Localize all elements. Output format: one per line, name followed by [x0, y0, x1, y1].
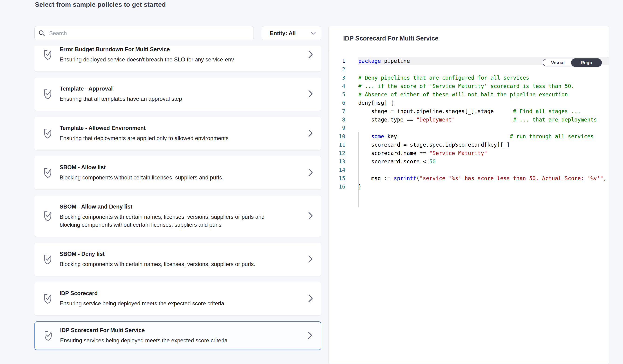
code-line-content: } — [357, 182, 609, 191]
policy-title: SBOM - Allow and Deny list — [60, 203, 303, 210]
code-line: 4 # ... if the score of 'Service Maturit… — [329, 82, 609, 90]
shield-check-icon — [42, 49, 53, 61]
code-line: 2 — [329, 65, 609, 74]
code-line-content: # Deny pipelines that are configured for… — [357, 74, 609, 82]
line-number: 10 — [329, 132, 345, 141]
filter-bar: Entity: All — [34, 26, 321, 40]
code-line: 13 scorecard.score < 50 — [329, 157, 609, 166]
line-number: 7 — [329, 107, 345, 115]
policy-description: Blocking components without certain lice… — [60, 174, 276, 182]
policy-description: Ensuring service being deployed meets th… — [60, 300, 276, 307]
search-icon — [38, 30, 45, 37]
policy-text: SBOM - Allow list Blocking components wi… — [60, 164, 303, 182]
policy-text: Template - Approval Ensuring that all te… — [60, 86, 303, 103]
policy-text: Error Budget Burndown For Multi Service … — [60, 46, 303, 64]
policy-text: IDP Scorecard Ensuring service being dep… — [60, 290, 303, 307]
shield-check-icon — [42, 88, 53, 101]
code-line-content — [357, 124, 609, 132]
rego-code-editor[interactable]: 1 package pipeline 2 3 # Deny pipelines … — [329, 51, 609, 191]
line-number: 2 — [329, 65, 345, 74]
policy-title: Template - Allowed Environment — [60, 125, 303, 131]
code-line-content: stage.type == "Deployment" # ... that ar… — [357, 115, 609, 124]
code-line-content: # ... if the score of 'Service Maturity'… — [357, 82, 609, 90]
policy-title: SBOM - Allow list — [60, 164, 303, 171]
code-line: 11 scorecard = stage.spec.idpScorecard[k… — [329, 141, 609, 149]
policy-text: IDP Scorecard For Multi Service Ensuring… — [60, 327, 303, 344]
entity-filter-label: Entity: All — [270, 30, 296, 37]
search-box[interactable] — [34, 26, 254, 40]
code-line-content: msg := sprintf("service '%s' has score l… — [357, 174, 609, 182]
chevron-right-icon — [308, 90, 313, 99]
policy-card[interactable]: Error Budget Burndown For Multi Service … — [34, 46, 321, 71]
policy-title: IDP Scorecard For Multi Service — [60, 327, 303, 334]
chevron-right-icon — [308, 169, 313, 177]
code-line: 5 # Absence of either of these will not … — [329, 90, 609, 99]
shield-check-icon — [42, 253, 53, 266]
policy-text: SBOM - Deny list Blocking components wit… — [60, 251, 303, 268]
line-number: 5 — [329, 90, 345, 99]
chevron-right-icon — [308, 255, 313, 264]
code-line: 8 stage.type == "Deployment" # ... that … — [329, 115, 609, 124]
code-line: 15 msg := sprintf("service '%s' has scor… — [329, 174, 609, 182]
policy-card[interactable]: IDP Scorecard Ensuring service being dep… — [34, 282, 321, 315]
policy-card[interactable]: SBOM - Allow and Deny list Blocking comp… — [34, 195, 321, 237]
policy-description: Blocking components with certain names, … — [60, 260, 276, 268]
policy-title: Template - Approval — [60, 86, 303, 92]
search-input[interactable] — [49, 30, 250, 37]
policy-description: Ensuring deployed service doesn't breach… — [60, 56, 276, 64]
chevron-down-icon — [311, 32, 316, 35]
line-number: 14 — [329, 166, 345, 174]
policy-list[interactable]: Error Budget Burndown For Multi Service … — [34, 46, 321, 357]
code-line: 16 } — [329, 182, 609, 191]
line-number: 1 — [329, 57, 345, 65]
shield-check-icon — [42, 167, 53, 179]
policy-card[interactable]: SBOM - Deny list Blocking components wit… — [34, 243, 321, 276]
page-title: Select from sample policies to get start… — [35, 1, 166, 8]
code-line-content — [357, 65, 609, 74]
policy-description: Ensuring that deployments are applied on… — [60, 134, 276, 142]
policy-card[interactable]: Template - Allowed Environment Ensuring … — [34, 117, 321, 150]
policy-detail-panel: IDP Scorecard For Multi Service 1 packag… — [329, 26, 609, 364]
code-line-content: scorecard.score < 50 — [357, 157, 609, 166]
toggle-visual-button[interactable]: Visual — [543, 59, 573, 66]
shield-check-icon — [42, 293, 53, 305]
code-line: 14 — [329, 166, 609, 174]
toggle-rego-button[interactable]: Rego — [571, 58, 602, 67]
policy-description: Blocking components with certain names, … — [60, 213, 276, 229]
shield-check-icon — [42, 210, 53, 222]
chevron-right-icon — [308, 294, 313, 303]
chevron-right-icon — [308, 50, 313, 59]
policy-title: IDP Scorecard — [60, 290, 303, 297]
policy-text: SBOM - Allow and Deny list Blocking comp… — [60, 203, 303, 229]
policy-detail-title: IDP Scorecard For Multi Service — [343, 35, 438, 42]
code-line-content: deny[msg] { — [357, 99, 609, 107]
line-number: 3 — [329, 74, 345, 82]
shield-check-icon — [42, 127, 53, 140]
entity-filter-dropdown[interactable]: Entity: All — [262, 26, 321, 40]
line-number: 8 — [329, 115, 345, 124]
policy-card[interactable]: Template - Approval Ensuring that all te… — [34, 78, 321, 111]
code-line: 6 deny[msg] { — [329, 99, 609, 107]
line-number: 4 — [329, 82, 345, 90]
policy-description: Ensuring that all templates have an appr… — [60, 95, 276, 103]
policy-card[interactable]: SBOM - Allow list Blocking components wi… — [34, 156, 321, 190]
code-line: 10 some key # run through all services — [329, 132, 609, 141]
code-line-content: # Absence of either of these will not ha… — [357, 90, 609, 99]
policy-description: Ensuring services being deployed meets t… — [60, 337, 277, 344]
policy-title: Error Budget Burndown For Multi Service — [60, 46, 303, 53]
line-number: 9 — [329, 124, 345, 132]
line-number: 11 — [329, 141, 345, 149]
policy-card[interactable]: IDP Scorecard For Multi Service Ensuring… — [34, 321, 321, 350]
code-line-content: some key # run through all services — [357, 132, 609, 141]
indent-guide — [358, 132, 359, 207]
code-line-content — [357, 166, 609, 174]
code-line-content: scorecard.name == "Service Maturity" — [357, 149, 609, 157]
code-line: 3 # Deny pipelines that are configured f… — [329, 74, 609, 82]
line-number: 13 — [329, 157, 345, 166]
chevron-right-icon — [308, 129, 313, 138]
line-number: 6 — [329, 99, 345, 107]
chevron-right-icon — [307, 331, 313, 340]
chevron-right-icon — [308, 212, 313, 221]
code-line: 7 stage = input.pipeline.stages[_].stage… — [329, 107, 609, 115]
code-line: 12 scorecard.name == "Service Maturity" — [329, 149, 609, 157]
